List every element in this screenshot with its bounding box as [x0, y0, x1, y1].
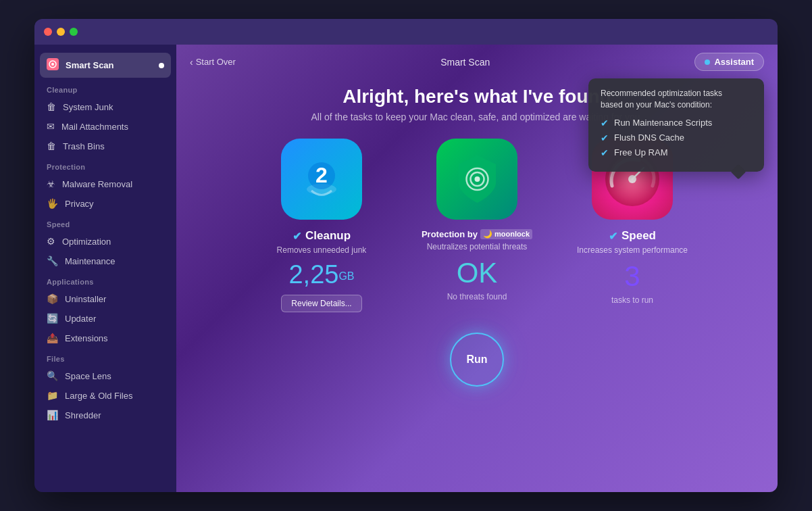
- sidebar-item-optimization[interactable]: ⚙ Optimization: [40, 232, 171, 251]
- assistant-tooltip: Recommended optimization tasksbased on y…: [588, 78, 764, 172]
- section-speed-label: Speed: [34, 214, 176, 231]
- sidebar-mail-attachments-label: Mail Attachments: [61, 122, 128, 132]
- active-indicator: [159, 63, 164, 68]
- sidebar: Smart Scan Cleanup 🗑 System Junk ✉ Mail …: [34, 45, 176, 492]
- tooltip-item-label-1: Flush DNS Cache: [614, 132, 684, 143]
- sidebar-item-shredder[interactable]: 📊 Shredder: [40, 406, 171, 424]
- sidebar-uninstaller-label: Uninstaller: [65, 294, 106, 304]
- maintenance-icon: 🔧: [47, 256, 58, 266]
- sidebar-privacy-label: Privacy: [65, 199, 94, 209]
- section-applications-label: Applications: [34, 271, 176, 289]
- moonlock-brand-icon: 🌙 moonlock: [480, 229, 532, 239]
- main-header: ‹ Start Over Smart Scan Assistant: [176, 45, 778, 79]
- cleanup-value: 2,25GB: [288, 260, 354, 289]
- section-protection-label: Protection: [34, 156, 176, 174]
- traffic-lights: [44, 28, 78, 36]
- app-window: Smart Scan Cleanup 🗑 System Junk ✉ Mail …: [34, 19, 778, 492]
- run-button[interactable]: Run: [450, 333, 504, 387]
- tooltip-title: Recommended optimization tasksbased on y…: [601, 88, 752, 111]
- sidebar-item-large-old-files[interactable]: 📁 Large & Old Files: [40, 386, 171, 405]
- sidebar-item-extensions[interactable]: 📤 Extensions: [40, 328, 171, 347]
- cleanup-card: 2 ✔ Cleanup Removes unneeded junk 2,25GB: [254, 139, 389, 312]
- main-panel: ‹ Start Over Smart Scan Assistant Recomm…: [176, 45, 778, 492]
- mail-attachments-icon: ✉: [47, 121, 55, 132]
- chevron-left-icon: ‹: [190, 57, 193, 68]
- assistant-button[interactable]: Assistant: [694, 53, 764, 71]
- speed-title-label: Speed: [621, 229, 656, 243]
- cleanup-check-icon: ✔: [293, 230, 301, 243]
- svg-point-2: [51, 63, 54, 66]
- sidebar-item-smart-scan[interactable]: Smart Scan: [40, 53, 171, 78]
- cleanup-value-unit: GB: [338, 270, 354, 282]
- minimize-button[interactable]: [57, 28, 65, 36]
- sidebar-item-maintenance[interactable]: 🔧 Maintenance: [40, 251, 171, 270]
- sidebar-malware-label: Malware Removal: [62, 179, 132, 189]
- updater-icon: 🔄: [47, 313, 58, 324]
- sidebar-optimization-label: Optimization: [62, 237, 111, 247]
- protection-value: OK: [457, 257, 498, 289]
- speed-card-title: ✔ Speed: [609, 229, 656, 243]
- speed-value: 3: [624, 260, 640, 293]
- sidebar-updater-label: Updater: [65, 314, 96, 324]
- fullscreen-button[interactable]: [70, 28, 78, 36]
- sidebar-system-junk-label: System Junk: [63, 102, 113, 112]
- smart-scan-icon: [47, 58, 59, 72]
- svg-point-11: [628, 175, 636, 183]
- extensions-icon: 📤: [47, 333, 58, 343]
- protection-card: Protection by 🌙 moonlock Neutralizes pot…: [409, 139, 544, 312]
- protection-card-title: Protection by 🌙 moonlock: [422, 229, 532, 239]
- check-icon-1: ✔: [601, 132, 609, 143]
- sidebar-item-trash-bins[interactable]: 🗑 Trash Bins: [40, 137, 171, 155]
- sidebar-space-lens-label: Space Lens: [65, 371, 111, 381]
- sidebar-item-malware-removal[interactable]: ☣ Malware Removal: [40, 174, 171, 193]
- main-content-area: Smart Scan Cleanup 🗑 System Junk ✉ Mail …: [34, 45, 778, 492]
- section-files-label: Files: [34, 348, 176, 366]
- svg-text:2: 2: [315, 163, 328, 187]
- speed-sub: tasks to run: [611, 295, 653, 305]
- check-icon-0: ✔: [601, 118, 609, 128]
- sidebar-trash-bins-label: Trash Bins: [63, 141, 105, 151]
- sidebar-extensions-label: Extensions: [65, 333, 108, 343]
- tooltip-item-1: ✔ Flush DNS Cache: [601, 132, 752, 143]
- main-heading: Alright, here's what I've found: [342, 86, 611, 107]
- protection-card-icon: [436, 139, 517, 220]
- optimization-icon: ⚙: [47, 236, 55, 247]
- tooltip-item-label-0: Run Maintenance Scripts: [614, 118, 712, 128]
- cleanup-value-number: 2,25: [288, 260, 338, 289]
- sidebar-item-space-lens[interactable]: 🔍 Space Lens: [40, 366, 171, 385]
- cleanup-card-desc: Removes unneeded junk: [277, 245, 367, 255]
- sidebar-large-files-label: Large & Old Files: [65, 391, 132, 401]
- sidebar-item-updater[interactable]: 🔄 Updater: [40, 309, 171, 328]
- tooltip-item-2: ✔ Free Up RAM: [601, 147, 752, 158]
- tooltip-item-0: ✔ Run Maintenance Scripts: [601, 118, 752, 128]
- malware-icon: ☣: [47, 178, 55, 189]
- sidebar-item-privacy[interactable]: 🖐 Privacy: [40, 194, 171, 213]
- page-title: Smart Scan: [440, 57, 490, 68]
- space-lens-icon: 🔍: [47, 370, 58, 381]
- shredder-icon: 📊: [47, 410, 58, 420]
- section-cleanup-label: Cleanup: [34, 79, 176, 97]
- sidebar-item-mail-attachments[interactable]: ✉ Mail Attachments: [40, 117, 171, 136]
- large-files-icon: 📁: [47, 390, 58, 401]
- cleanup-title-label: Cleanup: [305, 229, 351, 243]
- sidebar-item-uninstaller[interactable]: 📦 Uninstaller: [40, 289, 171, 308]
- speed-check-icon: ✔: [609, 230, 617, 243]
- protection-sub: No threats found: [447, 292, 507, 301]
- check-icon-2: ✔: [601, 147, 609, 158]
- protection-card-desc: Neutralizes potential threats: [427, 242, 528, 251]
- cleanup-card-icon: 2: [281, 139, 362, 220]
- privacy-icon: 🖐: [47, 198, 58, 209]
- trash-bins-icon: 🗑: [47, 141, 56, 151]
- tooltip-item-label-2: Free Up RAM: [614, 147, 667, 157]
- review-details-button[interactable]: Review Details...: [281, 295, 361, 312]
- back-button[interactable]: ‹ Start Over: [190, 57, 236, 68]
- system-junk-icon: 🗑: [47, 101, 56, 112]
- titlebar: [34, 19, 778, 45]
- protection-title-label: Protection by: [422, 229, 478, 239]
- sidebar-smart-scan-label: Smart Scan: [66, 60, 114, 70]
- sidebar-item-system-junk[interactable]: 🗑 System Junk: [40, 97, 171, 116]
- cleanup-card-title: ✔ Cleanup: [293, 229, 351, 243]
- uninstaller-icon: 📦: [47, 293, 58, 304]
- speed-card-desc: Increases system performance: [577, 245, 688, 255]
- close-button[interactable]: [44, 28, 52, 36]
